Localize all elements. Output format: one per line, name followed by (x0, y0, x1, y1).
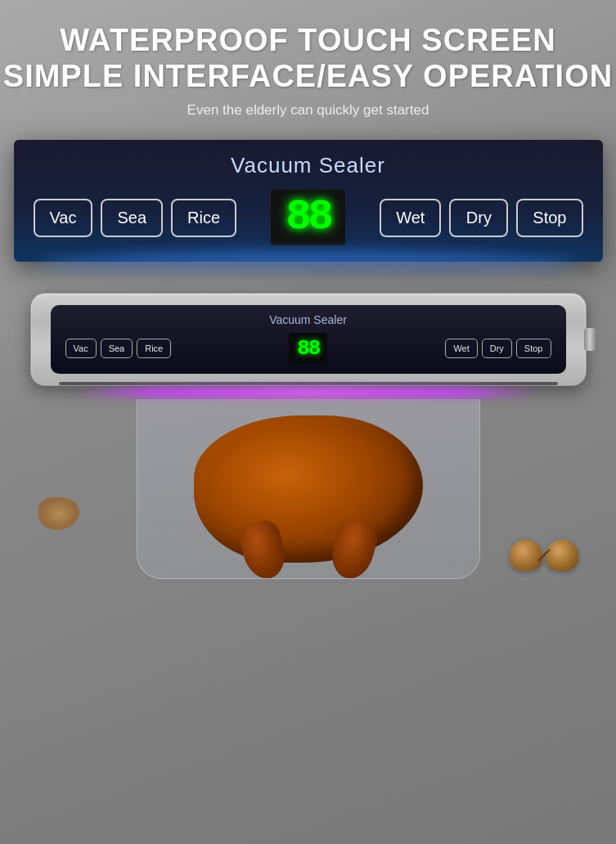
vac-button[interactable]: Vac (34, 199, 93, 237)
device-btn-group-left: Vac Sea Rice (65, 339, 172, 358)
chicken-body (194, 415, 423, 563)
stop-button[interactable]: Stop (516, 199, 582, 237)
blue-glow (38, 252, 578, 276)
left-food-item (38, 497, 79, 530)
panel-controls: Vac Sea Rice 88 Wet Dry Stop (34, 190, 583, 245)
wet-button[interactable]: Wet (380, 199, 441, 237)
device-stop-button[interactable]: Stop (516, 339, 551, 358)
device-slot (59, 382, 558, 385)
headline-line1: WATERPROOF TOUCH SCREEN (60, 23, 555, 57)
rice-button[interactable]: Rice (171, 199, 236, 237)
device-section: Vacuum Sealer Vac Sea Rice 88 Wet Dry St… (14, 293, 603, 579)
device-dry-button[interactable]: Dry (482, 339, 512, 358)
digit-segment: 88 (286, 196, 330, 239)
device-panel-controls: Vac Sea Rice 88 Wet Dry Stop (65, 333, 551, 364)
device-wet-button[interactable]: Wet (445, 339, 477, 358)
device-panel: Vacuum Sealer Vac Sea Rice 88 Wet Dry St… (51, 305, 566, 374)
panel-title: Vacuum Sealer (34, 153, 583, 178)
main-headline: WATERPROOF TOUCH SCREEN SIMPLE INTERFACE… (0, 23, 616, 94)
device-btn-group-right: Wet Dry Stop (445, 339, 551, 358)
sea-button[interactable]: Sea (101, 199, 163, 237)
device-body: Vacuum Sealer Vac Sea Rice 88 Wet Dry St… (30, 293, 587, 386)
device-sea-button[interactable]: Sea (101, 339, 133, 358)
device-knob (584, 328, 596, 351)
btn-group-left: Vac Sea Rice (34, 199, 237, 237)
nuts-area (510, 540, 578, 571)
device-purple-glow (47, 386, 570, 399)
page-wrapper: WATERPROOF TOUCH SCREEN SIMPLE INTERFACE… (0, 0, 616, 844)
large-display-panel: Vacuum Sealer Vac Sea Rice 88 Wet Dry St… (14, 140, 603, 262)
headline-section: WATERPROOF TOUCH SCREEN SIMPLE INTERFACE… (0, 0, 616, 125)
device-digit-segment: 88 (297, 336, 319, 361)
device-vac-button[interactable]: Vac (65, 339, 97, 358)
device-panel-title: Vacuum Sealer (65, 313, 551, 326)
device-digital-display: 88 (289, 333, 327, 364)
device-rice-button[interactable]: Rice (137, 339, 171, 358)
chicken-leg-right (326, 518, 380, 580)
sub-headline: Even the elderly can quickly get started (0, 102, 616, 119)
btn-group-right: Wet Dry Stop (380, 199, 582, 237)
headline-line2: SIMPLE INTERFACE/EASY OPERATION (3, 59, 613, 93)
chicken-leg-left (236, 518, 290, 580)
digital-display: 88 (271, 190, 344, 245)
nut-1 (510, 540, 542, 571)
dry-button[interactable]: Dry (449, 199, 508, 237)
nut-2 (546, 540, 578, 571)
food-bag (137, 399, 480, 579)
food-section (22, 399, 595, 579)
